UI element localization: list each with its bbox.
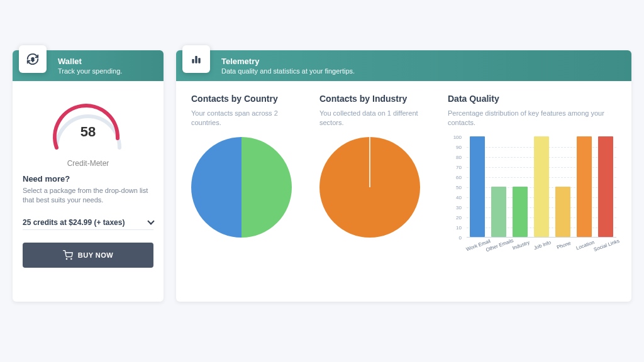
- x-label: Location: [575, 239, 596, 251]
- industry-heading: Contacts by Industry: [319, 94, 433, 104]
- telemetry-subtitle: Data quality and statistics at your fing…: [221, 67, 621, 75]
- y-tick: 60: [456, 174, 462, 180]
- country-pie-chart: [191, 137, 292, 238]
- x-label: Phone: [556, 240, 572, 250]
- industry-subtext: You collected data on 1 different sector…: [319, 109, 433, 128]
- x-label: Industry: [512, 239, 531, 251]
- bar: [534, 136, 549, 237]
- select-label: 25 credits at $24.99 (+ taxes): [23, 218, 125, 227]
- y-tick: 80: [456, 154, 462, 160]
- wallet-subtitle: Track your spending.: [58, 67, 153, 75]
- svg-point-2: [70, 258, 71, 259]
- gauge-label: Credit-Meter: [44, 159, 132, 168]
- country-subtext: Your contacts span across 2 countries.: [191, 109, 304, 128]
- bar: [470, 136, 485, 237]
- y-tick: 40: [456, 194, 462, 200]
- country-heading: Contacts by Country: [191, 94, 304, 104]
- telemetry-body: Contacts by Country Your contacts span a…: [176, 81, 631, 302]
- credit-gauge: 58 Credit-Meter: [44, 91, 132, 168]
- wallet-title: Wallet: [58, 57, 153, 66]
- svg-rect-3: [192, 59, 194, 63]
- need-more-heading: Need more?: [23, 174, 153, 184]
- cart-icon: [63, 250, 73, 260]
- y-tick: 90: [456, 144, 462, 150]
- refresh-cycle-icon: $: [19, 45, 47, 73]
- need-more-text: Select a package from the drop-down list…: [23, 186, 153, 206]
- svg-text:$: $: [31, 57, 34, 62]
- y-tick: 70: [456, 164, 462, 170]
- telemetry-title: Telemetry: [221, 57, 621, 66]
- telemetry-header: Telemetry Data quality and statistics at…: [176, 50, 631, 81]
- quality-heading: Data Quality: [448, 94, 616, 104]
- x-label: Social Links: [593, 238, 620, 252]
- bar: [513, 187, 528, 237]
- contacts-by-country: Contacts by Country Your contacts span a…: [191, 94, 304, 289]
- bar: [577, 136, 592, 237]
- telemetry-card: Telemetry Data quality and statistics at…: [176, 50, 631, 302]
- credit-package-select[interactable]: 25 credits at $24.99 (+ taxes): [23, 216, 153, 230]
- svg-rect-4: [195, 56, 197, 63]
- bar: [491, 187, 506, 237]
- buy-label: BUY NOW: [78, 251, 113, 259]
- svg-rect-5: [198, 58, 200, 63]
- wallet-card: $ Wallet Track your spending. 58 Credit-…: [13, 50, 164, 302]
- svg-point-1: [66, 258, 67, 259]
- data-quality-section: Data Quality Percentage distribution of …: [448, 94, 616, 289]
- wallet-body: 58 Credit-Meter Need more? Select a pack…: [13, 81, 164, 302]
- industry-pie-chart: [319, 137, 420, 238]
- wallet-header: $ Wallet Track your spending.: [13, 50, 164, 81]
- x-label: Job Info: [533, 239, 552, 251]
- quality-bar-chart: 0102030405060708090100 Work EmailOther E…: [448, 137, 616, 253]
- y-tick: 30: [456, 204, 462, 210]
- y-tick: 20: [456, 214, 462, 220]
- bar-chart-icon: [182, 45, 210, 73]
- need-more-section: Need more? Select a package from the dro…: [23, 174, 153, 206]
- bar: [598, 136, 613, 237]
- gauge-value: 58: [44, 124, 132, 140]
- contacts-by-industry: Contacts by Industry You collected data …: [319, 94, 433, 289]
- bar: [555, 187, 570, 237]
- y-tick: 10: [456, 224, 462, 230]
- y-tick: 50: [456, 184, 462, 190]
- buy-now-button[interactable]: BUY NOW: [23, 243, 153, 268]
- y-tick: 100: [453, 134, 462, 140]
- quality-subtext: Percentage distribution of key features …: [448, 109, 616, 128]
- y-tick: 0: [459, 234, 462, 240]
- chevron-down-icon: [147, 217, 154, 224]
